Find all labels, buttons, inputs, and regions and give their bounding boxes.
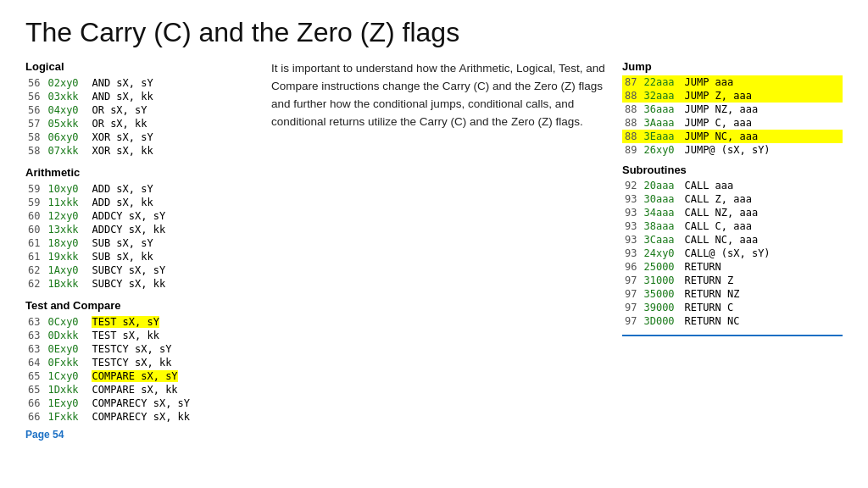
row-opcode: 19xkk xyxy=(45,250,89,263)
table-row: 933CaaaCALL NC, aaa xyxy=(622,233,843,247)
section-title: Test and Compare xyxy=(25,299,254,312)
row-number: 63 xyxy=(25,315,45,329)
row-opcode: 36aaa xyxy=(641,103,682,116)
row-opcode: 32aaa xyxy=(641,89,682,103)
row-opcode: 34aaa xyxy=(641,206,682,219)
row-number: 88 xyxy=(622,116,641,130)
row-mnemonic: SUBCY sX, kk xyxy=(89,277,254,291)
table-row: 651DxkkCOMPARE sX, kk xyxy=(25,383,254,396)
row-mnemonic: RETURN Z xyxy=(682,274,843,287)
row-mnemonic: OR sX, sY xyxy=(89,103,254,117)
table-row: 5705xkkOR sX, kk xyxy=(25,117,254,130)
row-opcode: 1Axy0 xyxy=(45,263,89,277)
jump-table: 8722aaaJUMP aaa8832aaaJUMP Z, aaa8836aaa… xyxy=(622,75,843,157)
row-number: 61 xyxy=(25,250,45,263)
row-number: 97 xyxy=(622,274,641,287)
subroutines-section-title: Subroutines xyxy=(622,164,843,176)
table-row: 973D000RETURN NC xyxy=(622,314,843,328)
left-column: Logical5602xy0AND sX, sY5603xkkAND sX, k… xyxy=(25,60,254,441)
row-number: 93 xyxy=(622,192,641,206)
row-number: 88 xyxy=(622,89,641,103)
row-opcode: 24xy0 xyxy=(641,247,682,260)
row-number: 97 xyxy=(622,287,641,301)
table-row: 5604xy0OR sX, sY xyxy=(25,103,254,117)
row-number: 65 xyxy=(25,383,45,396)
row-opcode: 31000 xyxy=(641,274,682,287)
row-mnemonic: COMPARE sX, sY xyxy=(89,369,254,383)
code-table: 5910xy0ADD sX, sY5911xkkADD sX, kk6012xy… xyxy=(25,182,254,291)
table-row: 883AaaaJUMP C, aaa xyxy=(622,116,843,130)
table-row: 9625000RETURN xyxy=(622,260,843,274)
row-mnemonic: COMPARECY sX, sY xyxy=(89,396,254,410)
row-opcode: 0Cxy0 xyxy=(45,315,89,329)
row-opcode: 0Exy0 xyxy=(45,342,89,356)
table-row: 640FxkkTESTCY sX, kk xyxy=(25,356,254,369)
row-number: 63 xyxy=(25,342,45,356)
page-number: Page 54 xyxy=(25,429,254,441)
row-opcode: 3Eaaa xyxy=(641,130,682,143)
table-row: 5910xy0ADD sX, sY xyxy=(25,182,254,196)
row-opcode: 25000 xyxy=(641,260,682,274)
row-mnemonic: JUMP Z, aaa xyxy=(682,89,843,103)
row-opcode: 1Dxkk xyxy=(45,383,89,396)
table-row: 8722aaaJUMP aaa xyxy=(622,75,843,89)
row-number: 93 xyxy=(622,233,641,247)
row-number: 62 xyxy=(25,277,45,291)
row-mnemonic: SUB sX, sY xyxy=(89,236,254,250)
row-number: 66 xyxy=(25,410,45,424)
row-number: 88 xyxy=(622,130,641,143)
table-row: 5602xy0AND sX, sY xyxy=(25,76,254,90)
row-number: 96 xyxy=(622,260,641,274)
table-row: 8836aaaJUMP NZ, aaa xyxy=(622,103,843,116)
row-opcode: 38aaa xyxy=(641,219,682,233)
table-row: 9731000RETURN Z xyxy=(622,274,843,287)
row-opcode: 0Fxkk xyxy=(45,356,89,369)
row-number: 56 xyxy=(25,76,45,90)
row-mnemonic: CALL Z, aaa xyxy=(682,192,843,206)
code-table: 630Cxy0TEST sX, sY630DxkkTEST sX, kk630E… xyxy=(25,315,254,424)
section-title: Arithmetic xyxy=(25,166,254,179)
row-mnemonic: ADDCY sX, sY xyxy=(89,209,254,223)
row-opcode: 03xkk xyxy=(45,90,89,103)
row-mnemonic: CALL NC, aaa xyxy=(682,233,843,247)
table-row: 9220aaaCALL aaa xyxy=(622,179,843,192)
row-mnemonic: RETURN xyxy=(682,260,843,274)
row-mnemonic: JUMP C, aaa xyxy=(682,116,843,130)
row-opcode: 3Aaaa xyxy=(641,116,682,130)
row-opcode: 1Bxkk xyxy=(45,277,89,291)
row-opcode: 0Dxkk xyxy=(45,329,89,342)
row-number: 56 xyxy=(25,90,45,103)
table-row: 9330aaaCALL Z, aaa xyxy=(622,192,843,206)
row-opcode: 13xkk xyxy=(45,223,89,236)
row-mnemonic: COMPARE sX, kk xyxy=(89,383,254,396)
row-mnemonic: TEST sX, kk xyxy=(89,329,254,342)
row-opcode: 26xy0 xyxy=(641,143,682,157)
row-opcode: 02xy0 xyxy=(45,76,89,90)
table-row: 9739000RETURN C xyxy=(622,301,843,314)
table-row: 9334aaaCALL NZ, aaa xyxy=(622,206,843,219)
row-opcode: 07xkk xyxy=(45,144,89,158)
table-row: 621BxkkSUBCY sX, kk xyxy=(25,277,254,291)
row-mnemonic: CALL NZ, aaa xyxy=(682,206,843,219)
row-number: 56 xyxy=(25,103,45,117)
table-row: 8832aaaJUMP Z, aaa xyxy=(622,89,843,103)
row-opcode: 39000 xyxy=(641,301,682,314)
row-number: 64 xyxy=(25,356,45,369)
row-number: 63 xyxy=(25,329,45,342)
row-mnemonic: XOR sX, kk xyxy=(89,144,254,158)
row-opcode: 20aaa xyxy=(641,179,682,192)
row-mnemonic: RETURN NZ xyxy=(682,287,843,301)
row-opcode: 05xkk xyxy=(45,117,89,130)
row-mnemonic: CALL aaa xyxy=(682,179,843,192)
table-row: 5807xkkXOR sX, kk xyxy=(25,144,254,158)
row-mnemonic: CALL C, aaa xyxy=(682,219,843,233)
row-opcode: 11xkk xyxy=(45,196,89,209)
table-row: 6119xkkSUB sX, kk xyxy=(25,250,254,263)
row-number: 60 xyxy=(25,223,45,236)
right-column: Jump8722aaaJUMP aaa8832aaaJUMP Z, aaa883… xyxy=(622,60,843,441)
row-number: 92 xyxy=(622,179,641,192)
row-mnemonic: JUMP NC, aaa xyxy=(682,130,843,143)
table-row: 630DxkkTEST sX, kk xyxy=(25,329,254,342)
table-row: 6013xkkADDCY sX, kk xyxy=(25,223,254,236)
row-opcode: 1Fxkk xyxy=(45,410,89,424)
